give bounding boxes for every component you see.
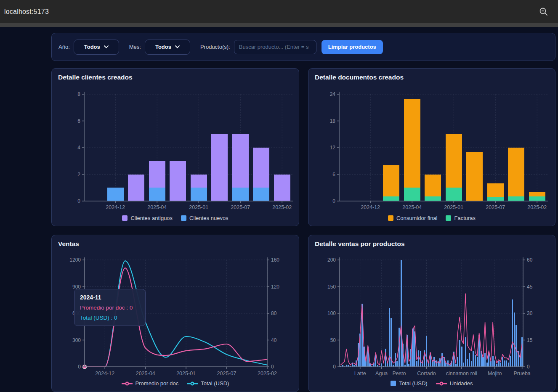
- svg-text:6: 6: [332, 172, 335, 177]
- svg-text:2025-07: 2025-07: [231, 204, 250, 210]
- legend-label: Clientes antiguos: [130, 215, 173, 221]
- svg-text:120: 120: [271, 284, 279, 290]
- svg-text:cinnamon roll: cinnamon roll: [446, 371, 477, 376]
- svg-text:0: 0: [271, 364, 274, 370]
- svg-text:0: 0: [78, 364, 81, 370]
- legend-item[interactable]: Total (USD): [391, 380, 427, 387]
- legend-swatch-square: [122, 215, 128, 221]
- filter-bar: Año: Todos Mes: Todos Producto(s): Limpi…: [51, 33, 555, 61]
- month-select[interactable]: Todos: [145, 40, 190, 55]
- legend-item[interactable]: Consumidor final: [388, 215, 438, 221]
- legend-ventas: Promedio por docTotal (USD): [52, 380, 299, 387]
- legend-label: Total (USD): [201, 380, 229, 387]
- svg-text:30: 30: [527, 310, 533, 316]
- svg-text:2025-01: 2025-01: [189, 204, 208, 210]
- legend-label: Facturas: [454, 215, 476, 221]
- chart-productos[interactable]: 050100150200015304560LatteAguaPestoCorta…: [308, 252, 556, 378]
- tooltip-title: 2024-11: [80, 294, 140, 301]
- panel-title-productos: Detalle ventas por productos: [315, 240, 405, 248]
- legend-clientes: Clientes antiguosClientes nuevos: [52, 215, 299, 221]
- browser-topbar: localhost:5173: [0, 0, 558, 23]
- svg-text:2024-12: 2024-12: [106, 204, 125, 210]
- svg-text:2025-04: 2025-04: [402, 204, 422, 210]
- svg-text:0: 0: [527, 364, 530, 370]
- legend-label: Promedio por doc: [136, 380, 179, 387]
- svg-text:24: 24: [330, 91, 336, 97]
- month-label: Mes:: [129, 44, 141, 50]
- svg-text:Prueba: Prueba: [514, 371, 531, 376]
- svg-text:80: 80: [271, 310, 277, 316]
- svg-text:60: 60: [527, 257, 533, 263]
- legend-label: Unidades: [450, 380, 473, 387]
- chevron-down-icon: [175, 45, 180, 48]
- chevron-down-icon: [104, 45, 109, 48]
- panel-title-documentos: Detalle documentos creados: [315, 74, 404, 81]
- svg-text:8: 8: [77, 91, 80, 97]
- legend-item[interactable]: Promedio por doc: [122, 380, 179, 387]
- products-label: Producto(s):: [200, 44, 230, 50]
- panel-ventas: Ventas 03006009001200040801201602024-122…: [51, 235, 299, 392]
- legend-item[interactable]: Unidades: [436, 380, 473, 387]
- legend-label: Clientes nuevos: [189, 215, 229, 221]
- svg-text:2025-02: 2025-02: [272, 204, 292, 210]
- legend-swatch-square: [181, 215, 186, 221]
- chart-tooltip: 2024-11 Promedio por doc : 0 Total (USD)…: [74, 289, 146, 326]
- month-select-value: Todos: [155, 44, 171, 50]
- svg-text:2024-12: 2024-12: [361, 204, 380, 210]
- svg-text:2025-02: 2025-02: [258, 371, 277, 376]
- legend-item[interactable]: Facturas: [446, 215, 476, 221]
- svg-text:100: 100: [327, 310, 336, 316]
- legend-item[interactable]: Clientes antiguos: [122, 215, 173, 221]
- svg-text:2024-12: 2024-12: [95, 371, 114, 376]
- svg-text:40: 40: [271, 337, 277, 343]
- product-search-input[interactable]: [234, 40, 316, 54]
- svg-text:2025-01: 2025-01: [444, 204, 463, 210]
- legend-item[interactable]: Total (USD): [187, 380, 229, 387]
- svg-text:160: 160: [271, 257, 279, 263]
- svg-text:300: 300: [72, 337, 81, 343]
- svg-text:0: 0: [77, 198, 80, 204]
- panel-productos: Detalle ventas por productos 05010015020…: [308, 235, 555, 392]
- svg-text:45: 45: [527, 284, 533, 290]
- svg-text:6: 6: [77, 118, 80, 124]
- tooltip-row-promedio: Promedio por doc : 0: [80, 305, 140, 311]
- zoom-out-icon[interactable]: [539, 7, 549, 17]
- chart-clientes[interactable]: 024682024-122025-042025-012025-072025-02: [52, 85, 300, 212]
- svg-text:2025-07: 2025-07: [217, 371, 236, 376]
- legend-swatch-square: [388, 215, 393, 221]
- svg-text:Mojito: Mojito: [488, 371, 502, 376]
- svg-text:12: 12: [330, 145, 336, 151]
- year-label: Año:: [58, 44, 70, 50]
- panel-clientes: Detalle clientes creados 024682024-12202…: [51, 68, 299, 226]
- svg-text:150: 150: [327, 284, 336, 290]
- svg-text:18: 18: [330, 118, 336, 124]
- legend-label: Consumidor final: [396, 215, 438, 221]
- svg-text:Pesto: Pesto: [392, 371, 406, 376]
- legend-label: Total (USD): [399, 380, 427, 387]
- legend-swatch-square: [446, 215, 451, 221]
- svg-text:2: 2: [77, 172, 80, 177]
- svg-text:Cortado: Cortado: [417, 371, 436, 376]
- svg-text:0: 0: [332, 198, 335, 204]
- year-select-value: Todos: [84, 44, 100, 50]
- url-text[interactable]: localhost:5173: [4, 0, 49, 23]
- legend-item[interactable]: Clientes nuevos: [181, 215, 229, 221]
- svg-text:50: 50: [330, 337, 336, 343]
- svg-text:0: 0: [333, 364, 336, 370]
- tooltip-row-total: Total (USD) : 0: [80, 315, 140, 321]
- topbar-sub-strip: [0, 23, 558, 27]
- panel-title-clientes: Detalle clientes creados: [58, 74, 133, 81]
- legend-swatch-line-dot: [122, 381, 133, 386]
- panel-title-ventas: Ventas: [58, 240, 79, 248]
- legend-swatch-line-dot: [187, 381, 198, 386]
- legend-swatch-line-dot: [436, 381, 447, 386]
- chart-documentos[interactable]: 061218242024-122025-042025-012025-072025…: [308, 85, 556, 212]
- year-select[interactable]: Todos: [74, 40, 119, 55]
- svg-text:2025-07: 2025-07: [486, 204, 505, 210]
- svg-text:2025-01: 2025-01: [176, 371, 196, 376]
- clear-products-button[interactable]: Limpiar productos: [322, 40, 383, 54]
- svg-text:4: 4: [77, 145, 80, 151]
- legend-documentos: Consumidor finalFacturas: [308, 215, 555, 221]
- legend-productos: Total (USD)Unidades: [308, 380, 555, 387]
- legend-swatch-square: [391, 381, 396, 386]
